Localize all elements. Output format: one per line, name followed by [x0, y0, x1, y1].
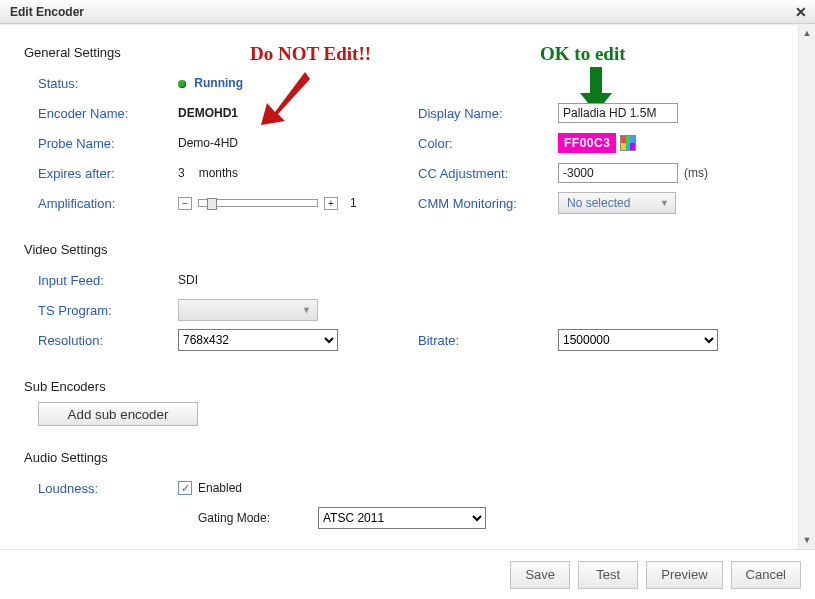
- color-label: Color:: [418, 136, 558, 151]
- expires-value-wrap: 3 months: [178, 166, 238, 180]
- chevron-down-icon: ▼: [302, 305, 311, 315]
- color-palette-icon[interactable]: [620, 135, 636, 151]
- test-button[interactable]: Test: [578, 561, 638, 589]
- loudness-checkbox[interactable]: ✓: [178, 481, 192, 495]
- amplification-slider[interactable]: − + 1: [178, 196, 357, 210]
- ts-program-label: TS Program:: [38, 303, 178, 318]
- window-title: Edit Encoder: [10, 5, 84, 19]
- probe-name-value: Demo-4HD: [178, 136, 238, 150]
- status-value: Running: [178, 76, 243, 90]
- edit-encoder-dialog: Edit Encoder ✕ Do NOT Edit!! OK to edit …: [0, 0, 815, 599]
- color-value[interactable]: FF00C3: [558, 133, 616, 153]
- scroll-up-icon[interactable]: ▲: [799, 25, 815, 42]
- resolution-label: Resolution:: [38, 333, 178, 348]
- section-general-title: General Settings: [24, 45, 779, 60]
- encoder-name-label: Encoder Name:: [38, 106, 178, 121]
- scroll-pane[interactable]: General Settings Status: Running Encoder: [0, 25, 797, 549]
- input-feed-label: Input Feed:: [38, 273, 178, 288]
- expires-label: Expires after:: [38, 166, 178, 181]
- gating-mode-select[interactable]: ATSC 2011: [318, 507, 486, 529]
- dialog-footer: Save Test Preview Cancel: [0, 549, 815, 599]
- cc-adjust-label: CC Adjustment:: [418, 166, 558, 181]
- expires-unit: months: [199, 166, 238, 180]
- status-label: Status:: [38, 76, 178, 91]
- preview-button[interactable]: Preview: [646, 561, 722, 589]
- save-button[interactable]: Save: [510, 561, 570, 589]
- display-name-label: Display Name:: [418, 106, 558, 121]
- cmm-select[interactable]: No selected ▼: [558, 192, 676, 214]
- encoder-name-value: DEMOHD1: [178, 106, 238, 120]
- slider-thumb[interactable]: [207, 198, 217, 210]
- expires-value: 3: [178, 166, 185, 180]
- bitrate-label: Bitrate:: [418, 333, 558, 348]
- section-sub-title: Sub Encoders: [24, 379, 779, 394]
- cancel-button[interactable]: Cancel: [731, 561, 801, 589]
- cmm-label: CMM Monitoring:: [418, 196, 558, 211]
- chevron-down-icon: ▼: [660, 198, 669, 208]
- dialog-body: Do NOT Edit!! OK to edit General Setting…: [0, 24, 815, 549]
- amplification-label: Amplification:: [38, 196, 178, 211]
- cc-adjust-unit: (ms): [684, 166, 708, 180]
- amplification-value: 1: [350, 196, 357, 210]
- slider-track[interactable]: [198, 199, 318, 207]
- display-name-input[interactable]: [558, 103, 678, 123]
- slider-plus-icon[interactable]: +: [324, 197, 338, 210]
- add-sub-encoder-button[interactable]: Add sub encoder: [38, 402, 198, 426]
- section-video-title: Video Settings: [24, 242, 779, 257]
- status-dot-icon: [178, 80, 186, 88]
- scroll-down-icon[interactable]: ▼: [799, 532, 815, 549]
- probe-name-label: Probe Name:: [38, 136, 178, 151]
- close-icon[interactable]: ✕: [793, 4, 809, 20]
- section-audio-title: Audio Settings: [24, 450, 779, 465]
- gating-mode-label: Gating Mode:: [198, 511, 308, 525]
- loudness-enabled-label: Enabled: [198, 481, 242, 495]
- outer-scrollbar[interactable]: ▲ ▼: [798, 25, 815, 549]
- ts-program-select[interactable]: ▼: [178, 299, 318, 321]
- cmm-select-value: No selected: [567, 196, 630, 210]
- input-feed-value: SDI: [178, 273, 198, 287]
- cc-adjust-input[interactable]: [558, 163, 678, 183]
- bitrate-select[interactable]: 1500000: [558, 329, 718, 351]
- slider-minus-icon[interactable]: −: [178, 197, 192, 210]
- resolution-select[interactable]: 768x432: [178, 329, 338, 351]
- loudness-label: Loudness:: [38, 481, 178, 496]
- titlebar: Edit Encoder ✕: [0, 0, 815, 24]
